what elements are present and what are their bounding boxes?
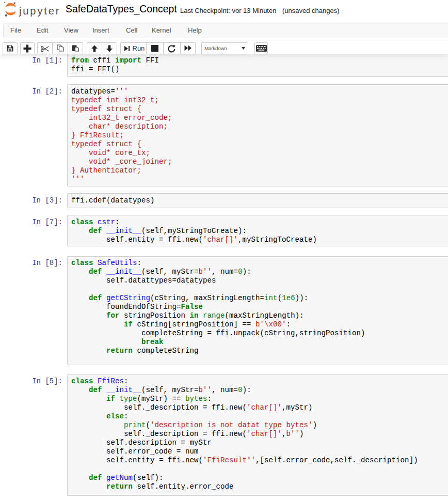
svg-text:jupyter: jupyter <box>19 5 60 17</box>
